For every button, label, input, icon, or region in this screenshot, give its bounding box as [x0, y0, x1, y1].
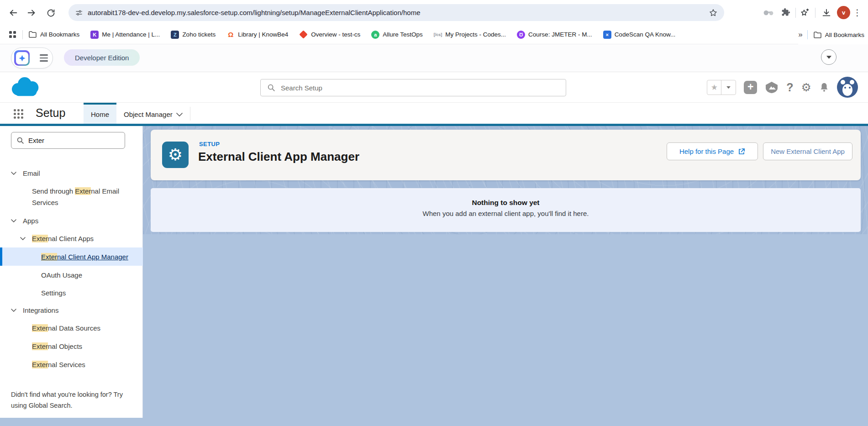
tabs-divider: [190, 107, 190, 121]
favicon-course-jmeter-m: Ʊ: [517, 31, 525, 39]
sidebar-item-external-client-app-manager[interactable]: External Client App Manager: [0, 247, 143, 266]
sidebar-item-email[interactable]: Email: [0, 164, 143, 182]
toolbar-divider: [815, 8, 815, 18]
sidebar-item-label: External Objects: [0, 341, 95, 352]
extensions-puzzle-icon[interactable]: [781, 8, 790, 17]
downloads-icon[interactable]: [821, 8, 831, 18]
collapse-chevron-button[interactable]: [821, 49, 836, 65]
page-title: External Client App Manager: [198, 150, 359, 164]
tab-home[interactable]: Home: [84, 103, 116, 124]
bookmarks-bar: All BookmarksKMe | Attendance | L...ZZoh…: [0, 25, 868, 44]
bookmark-overview-test-cs[interactable]: Overview - test-cs: [299, 31, 360, 38]
bookmark-star-icon[interactable]: [709, 8, 718, 17]
bookmark-zoho-tickets[interactable]: ZZoho tickets: [171, 31, 216, 39]
env-badge: Developer Edition: [64, 49, 140, 66]
header-icons: ★ + ? ⚙: [707, 72, 868, 102]
empty-state: Nothing to show yet When you add an exte…: [151, 188, 861, 232]
side-panel-grid-icon[interactable]: [9, 31, 16, 38]
favicon-me-attendance-l: K: [90, 31, 99, 39]
bookmark-library-knowbe4[interactable]: ΩLibrary | KnowBe4: [226, 31, 288, 39]
help-for-this-page-button[interactable]: Help for this Page: [667, 142, 758, 160]
bookmark-my-projects-codes[interactable]: [/cs]My Projects - Codes...: [434, 31, 506, 39]
browser-profile-avatar[interactable]: v: [837, 6, 850, 19]
chevron-down-icon: [176, 113, 183, 116]
salesforce-header: ★ + ? ⚙: [0, 72, 868, 102]
quick-find-input[interactable]: [28, 137, 120, 144]
sidebar-item-settings[interactable]: Settings: [0, 284, 143, 301]
bookmarks-overflow-icon[interactable]: »: [798, 30, 802, 39]
sidebar-item-label: Send through External Email Services: [0, 185, 143, 208]
search-highlight: Exter: [32, 235, 48, 242]
favorites-split-button: ★: [707, 80, 736, 95]
search-highlight: Exter: [32, 361, 48, 368]
site-settings-icon[interactable]: [75, 9, 83, 17]
bookmark-label: My Projects - Codes...: [445, 31, 506, 38]
screen: autorabit178-dev-ed.develop.my.salesforc…: [0, 0, 868, 426]
external-link-icon: [738, 148, 745, 155]
sidebar-item-integrations[interactable]: Integrations: [0, 301, 143, 319]
setup-search-box[interactable]: [260, 79, 566, 96]
search-icon: [267, 84, 275, 92]
page-header-card: ⚙ SETUP External Client App Manager Help…: [151, 130, 861, 180]
reload-icon[interactable]: [44, 6, 58, 20]
bookmark-label: All Bookmarks: [40, 31, 79, 38]
notifications-bell-icon[interactable]: [819, 82, 829, 93]
hamburger-icon[interactable]: [40, 54, 48, 61]
app-launcher-icon[interactable]: [14, 109, 23, 119]
sidebar-item-send-through-external-email-services[interactable]: Send through External Email Services: [0, 182, 143, 212]
favorites-dropdown-icon[interactable]: [721, 80, 736, 95]
trailhead-icon[interactable]: [765, 81, 779, 94]
pinned-extension-icon[interactable]: [763, 9, 774, 16]
search-setup-input[interactable]: [281, 84, 559, 92]
bookmark-label: CodeScan QA Know...: [615, 31, 676, 38]
ai-extension-pill[interactable]: [11, 47, 53, 68]
search-highlight: Exter: [75, 187, 91, 195]
chevron-down-icon[interactable]: [11, 172, 16, 175]
body-area: ⚙ SETUP External Client App Manager Help…: [0, 126, 868, 426]
favorite-star-icon[interactable]: ★: [707, 80, 721, 95]
bookmarks-divider: [807, 30, 808, 39]
chevron-down-icon[interactable]: [20, 237, 26, 240]
browser-toolbar: autorabit178-dev-ed.develop.my.salesforc…: [0, 0, 868, 25]
chevron-down-icon[interactable]: [11, 219, 16, 222]
chevron-down-icon[interactable]: [11, 309, 16, 312]
bookmark-label: Library | KnowBe4: [238, 31, 288, 38]
sidebar-item-external-objects[interactable]: External Objects: [0, 337, 143, 355]
sidebar-item-apps[interactable]: Apps: [0, 212, 143, 229]
empty-state-subtitle: When you add an external client app, you…: [151, 207, 861, 217]
sidebar-item-oauth-usage[interactable]: OAuth Usage: [0, 266, 143, 284]
all-bookmarks-folder[interactable]: All Bookmarks: [813, 31, 864, 39]
back-icon[interactable]: [6, 6, 20, 20]
new-external-client-app-button[interactable]: New External Client App: [763, 142, 852, 160]
bookmark-me-attendance-l[interactable]: KMe | Attendance | L...: [90, 31, 160, 39]
url-text: autorabit178-dev-ed.develop.my.salesforc…: [88, 9, 705, 16]
quick-create-icon[interactable]: +: [744, 81, 757, 94]
sidebar-item-label: External Services: [0, 359, 98, 370]
bookmarks-list: All BookmarksKMe | Attendance | L...ZZoh…: [28, 31, 686, 39]
bookmarks-right-cluster: » All Bookmarks: [798, 25, 868, 44]
favicon-zoho-tickets: Z: [171, 31, 179, 39]
folder-icon: [813, 31, 822, 39]
forward-icon[interactable]: [25, 6, 38, 20]
tab-object-manager[interactable]: Object Manager: [116, 103, 190, 124]
quick-find-box[interactable]: [11, 132, 125, 149]
browser-menu-icon[interactable]: ⋮: [850, 7, 864, 18]
favicon-allure-testops: a: [371, 31, 379, 39]
help-icon[interactable]: ?: [786, 81, 793, 94]
sidebar-item-external-data-sources[interactable]: External Data Sources: [0, 319, 143, 337]
bookmark-course-jmeter-m[interactable]: ƱCourse: JMETER - M...: [517, 31, 592, 39]
sidebar-item-external-services[interactable]: External Services: [0, 355, 143, 373]
sidebar-item-external-client-apps[interactable]: External Client Apps: [0, 229, 143, 247]
address-bar[interactable]: autorabit178-dev-ed.develop.my.salesforc…: [68, 4, 724, 21]
sparkle-star-icon[interactable]: [799, 7, 810, 18]
sidebar-item-label: External Client App Manager: [0, 251, 141, 263]
setup-tree: EmailSend through External Email Service…: [0, 164, 143, 373]
sidebar-footer-text: Didn't find what you're looking for? Try…: [11, 389, 126, 411]
bookmark-allure-testops[interactable]: aAllure TestOps: [371, 31, 423, 39]
setup-gear-icon[interactable]: ⚙: [801, 82, 811, 93]
bookmark-label: Allure TestOps: [383, 31, 423, 38]
bookmark-codescan-qa-know[interactable]: ×CodeScan QA Know...: [603, 31, 676, 39]
bookmark-all-bookmarks[interactable]: All Bookmarks: [28, 31, 79, 38]
extension-row: Developer Edition: [0, 44, 868, 72]
user-avatar[interactable]: [837, 77, 858, 98]
